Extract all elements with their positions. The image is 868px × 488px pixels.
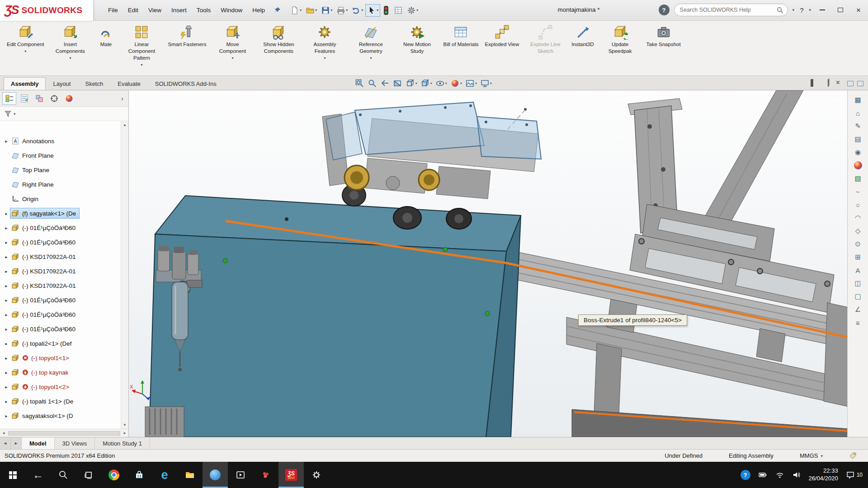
tab-scroll-right-button[interactable]: ►	[11, 437, 22, 449]
tree-item-component[interactable]: ▸ (-) KSD170922A-01	[3, 264, 120, 278]
expand-arrow-icon[interactable]: ▸	[3, 298, 10, 303]
ribbon-take-snapshot[interactable]: Take Snapshot	[643, 23, 684, 49]
tab-model[interactable]: Model	[22, 437, 55, 449]
taskbar-clock[interactable]: 22:33 26/04/2020	[809, 467, 838, 483]
text-icon[interactable]: A	[852, 265, 864, 275]
ribbon-instant3d[interactable]: Instant3D	[568, 23, 597, 49]
target-icon[interactable]: ◉	[852, 147, 864, 157]
circle-icon[interactable]: ○	[852, 200, 864, 210]
tree-item-topyol1-1[interactable]: ▸ (-) topyol1<1>	[3, 351, 120, 365]
tab-dimxpertmanager[interactable]	[47, 92, 61, 105]
expand-arrow-icon[interactable]: ▸	[3, 139, 10, 144]
help-caret-icon[interactable]: ▾	[809, 8, 811, 12]
save-button[interactable]: ▾	[319, 4, 334, 17]
menu-edit[interactable]: Edit	[123, 4, 143, 17]
menu-help[interactable]: Help	[247, 4, 270, 17]
view-orientation-button[interactable]: ▾	[406, 79, 417, 88]
expand-arrow-icon[interactable]: ▸	[3, 269, 10, 274]
tree-item-sagyatak[interactable]: ▸ (f) sagyatak<1> (De	[3, 206, 120, 221]
help-question-icon[interactable]: ?	[799, 6, 804, 14]
tree-horizontal-scrollbar[interactable]: ◄ ►	[0, 429, 128, 437]
tree-item-right-plane[interactable]: Right Plane	[3, 177, 120, 192]
filter-caret-icon[interactable]: ▾	[14, 112, 16, 116]
taskbar-app-browser-active[interactable]	[203, 462, 228, 488]
tab-solidworks-add-ins[interactable]: SOLIDWORKS Add-Ins	[148, 77, 224, 90]
ribbon-linear-component-pattern[interactable]: Linear Component Pattern ▾	[118, 23, 165, 68]
help-bubble-icon[interactable]: ?	[659, 5, 670, 15]
tree-item-component[interactable]: ▸ (-) 01É¹µÇòÖá³Ð60	[3, 293, 120, 307]
expand-arrow-icon[interactable]: ▸	[3, 240, 10, 245]
menu-file[interactable]: File	[103, 4, 123, 17]
hide-show-items-button[interactable]: ▾	[435, 79, 447, 88]
expand-arrow-icon[interactable]: ▸	[3, 385, 10, 389]
filter-funnel-icon[interactable]	[4, 110, 12, 117]
tab-displaymanager[interactable]	[62, 92, 76, 105]
panel-expand-chevron-icon[interactable]: ›	[118, 94, 126, 102]
options-grid-icon[interactable]: ▦	[852, 95, 864, 105]
tab-configurationmanager[interactable]	[32, 92, 46, 105]
point-icon[interactable]: ⊙	[852, 239, 864, 249]
tree-vertical-scrollbar[interactable]: ▲ ▼	[121, 121, 128, 429]
pin-menu-icon[interactable]	[274, 6, 281, 14]
evaluate-grid-button[interactable]	[392, 4, 405, 17]
tree-item-component[interactable]: ▸ (-) KSD170922A-01	[3, 278, 120, 293]
taskbar-app-store[interactable]	[127, 462, 152, 488]
scrollbar-thumb[interactable]	[8, 431, 120, 436]
scroll-right-icon[interactable]: ►	[123, 431, 127, 435]
close-window-button[interactable]: ×	[852, 4, 865, 16]
expand-arrow-icon[interactable]: ▸	[3, 283, 10, 288]
expand-arrow-icon[interactable]: ▸	[3, 413, 10, 418]
menu-insert[interactable]: Insert	[166, 4, 192, 17]
expand-arrow-icon[interactable]: ▸	[3, 356, 10, 361]
tree-item-topyol1-2[interactable]: ▸ (-) topyol1<2>	[3, 380, 120, 394]
search-caret-icon[interactable]: ▾	[793, 8, 795, 12]
ribbon-assembly-features[interactable]: Assembly Features ▾	[302, 23, 348, 61]
tab-evaluate[interactable]: Evaluate	[110, 77, 148, 90]
scroll-down-icon[interactable]: ▼	[123, 423, 127, 427]
taskbar-app-solidworks[interactable]: ƷS 2017	[278, 462, 304, 488]
tab-assembly[interactable]: Assembly	[4, 77, 46, 90]
taskbar-app-edge[interactable]: e	[152, 462, 177, 488]
taskbar-app-settings[interactable]	[304, 462, 329, 488]
taskbar-app-movies-tv[interactable]	[228, 462, 253, 488]
taskbar-search-button[interactable]	[51, 462, 76, 488]
tab-sketch[interactable]: Sketch	[78, 77, 110, 90]
back-button[interactable]: ←	[25, 462, 51, 488]
assembly-3d-scene[interactable]: X	[129, 90, 868, 437]
tab-layout[interactable]: Layout	[46, 77, 78, 90]
tab-propertymanager[interactable]	[17, 92, 31, 105]
menu-tools[interactable]: Tools	[192, 4, 216, 17]
menu-window[interactable]: Window	[216, 4, 247, 17]
taskbar-app-file-explorer[interactable]	[177, 462, 203, 488]
graphics-viewport[interactable]: X Boss-Extrude1 of profil840-1240<5> ▦ ⌂…	[129, 90, 868, 437]
section-list-icon[interactable]: ≡	[852, 318, 864, 328]
apply-scene-button[interactable]: ▾	[465, 79, 477, 88]
taskbar-app-chrome[interactable]	[101, 462, 127, 488]
expand-arrow-icon[interactable]: ▸	[3, 254, 10, 259]
tree-item-top-plane[interactable]: Top Plane	[3, 163, 120, 177]
tree-item-component[interactable]: ▸ (-) 01É¹µÇòÖá³Ð60	[3, 221, 120, 235]
search-icon[interactable]	[776, 6, 784, 14]
expand-arrow-icon[interactable]: ▸	[3, 225, 10, 230]
tab-scroll-left-button[interactable]: ◄	[0, 437, 11, 449]
close-document-button[interactable]: ×	[836, 79, 840, 86]
home-icon[interactable]: ⌂	[852, 108, 864, 118]
mirror-icon[interactable]: ◫	[852, 278, 864, 288]
tree-item-annotations[interactable]: ▸ Annotations	[3, 134, 120, 148]
task-pane-toggle[interactable]	[847, 81, 863, 86]
appearances-sphere-icon[interactable]	[852, 160, 864, 170]
polygon-icon[interactable]: ◇	[852, 226, 864, 236]
options-button[interactable]: ▾	[405, 4, 420, 17]
help-search-input[interactable]	[680, 7, 774, 13]
battery-icon[interactable]	[758, 470, 768, 479]
ribbon-update-speedpak[interactable]: Update Speedpak	[597, 23, 643, 56]
ribbon-new-motion-study[interactable]: New Motion Study	[394, 23, 440, 56]
tree-item-component[interactable]: ▸ (-) 01É¹µÇòÖá³Ð60	[3, 322, 120, 336]
scroll-left-icon[interactable]: ◄	[2, 431, 5, 435]
ribbon-show-hidden-components[interactable]: Show Hidden Components	[255, 23, 302, 56]
display-style-button[interactable]: ▾	[420, 79, 432, 88]
open-button[interactable]: ▾	[304, 4, 319, 17]
cube-icon[interactable]: ▢	[852, 291, 864, 301]
get-help-icon[interactable]: ?	[741, 470, 750, 480]
ribbon-move-component[interactable]: Move Component ▾	[209, 23, 255, 61]
